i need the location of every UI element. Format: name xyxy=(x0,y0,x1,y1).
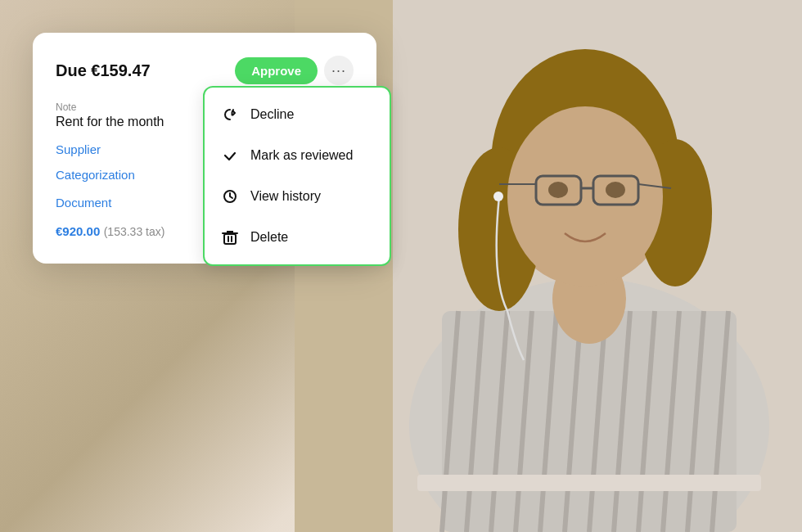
decline-label: Decline xyxy=(250,107,294,122)
approve-button[interactable]: Approve xyxy=(235,57,318,84)
due-amount: Due €159.47 xyxy=(56,61,151,80)
menu-item-view-history[interactable]: View history xyxy=(205,176,390,217)
amount-main[interactable]: €920.00 xyxy=(56,224,100,238)
dropdown-menu: Decline Mark as reviewed View history xyxy=(203,86,391,266)
svg-point-27 xyxy=(606,182,625,198)
decline-icon xyxy=(221,106,239,124)
more-dots-icon: ··· xyxy=(331,62,346,79)
document-label[interactable]: Document xyxy=(56,196,111,210)
history-icon xyxy=(221,187,239,205)
svg-point-28 xyxy=(493,192,503,201)
svg-point-26 xyxy=(548,182,568,198)
svg-rect-29 xyxy=(417,475,761,491)
amount-tax: (153.33 tax) xyxy=(104,225,165,238)
svg-rect-32 xyxy=(224,234,236,244)
card-header: Due €159.47 Approve ··· xyxy=(56,56,354,85)
menu-item-delete[interactable]: Delete xyxy=(205,217,390,258)
mark-reviewed-label: Mark as reviewed xyxy=(250,148,353,163)
view-history-label: View history xyxy=(250,189,321,204)
check-icon xyxy=(221,147,239,165)
menu-item-decline[interactable]: Decline xyxy=(205,94,390,135)
menu-item-mark-reviewed[interactable]: Mark as reviewed xyxy=(205,135,390,176)
header-actions: Approve ··· xyxy=(235,56,354,85)
more-button[interactable]: ··· xyxy=(324,56,354,85)
delete-label: Delete xyxy=(250,230,288,245)
delete-icon xyxy=(221,228,239,246)
